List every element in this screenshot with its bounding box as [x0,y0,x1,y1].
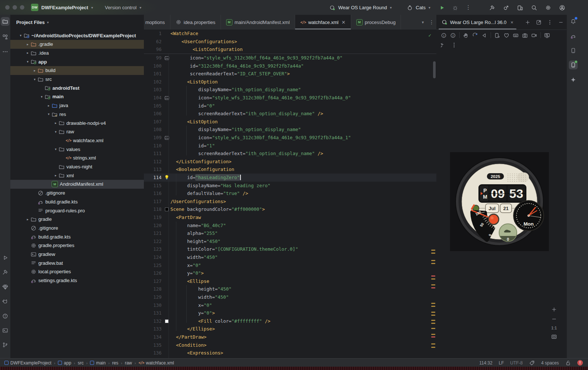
code-line-108[interactable]: 108displayName="ith_option_display_name" [144,126,436,134]
run-button[interactable] [439,4,445,11]
change-marker[interactable] [431,284,435,285]
code-line-116[interactable]: 116defaultValue="true" /> [144,189,436,198]
tree-item-java[interactable]: ▸java [10,101,144,110]
camera-snapshot-icon[interactable] [522,32,528,38]
tree-item-gradlew[interactable]: gradlew [10,250,144,259]
tree-item-AndroidStudioProjectsDWFExampleProject[interactable]: ▾~/AndroidStudioProjects/DWFExampleProje… [10,31,144,40]
screen-search-icon[interactable] [544,32,550,38]
zoom-in-button[interactable] [551,306,557,312]
code-line-131[interactable]: 131y="0"> [144,309,436,317]
tree-item-.idea[interactable]: ▸.idea [10,48,144,57]
back-icon[interactable] [481,32,487,38]
code-line-123[interactable]: 123tintColor="[CONFIGURATION.themeColor.… [144,245,436,253]
screen-record-icon[interactable] [531,32,537,38]
tree-item-main[interactable]: ▾main [10,92,144,101]
virtual-keyboard-icon[interactable] [513,32,519,38]
change-marker[interactable] [431,275,435,277]
tool-more-icon[interactable] [1,47,10,56]
inspections-ok-icon[interactable]: ✓ [428,32,431,38]
tool-logcat-icon[interactable] [1,297,10,306]
hand-mode-icon[interactable] [463,32,469,38]
rotate-icon[interactable] [472,32,478,38]
editor-tab-moptions[interactable]: moptions [144,15,170,30]
build-hammer-icon[interactable] [489,4,495,11]
code-line-109[interactable]: 109icon="style_wfs_312c30bf_f64a_461e_9c… [144,134,436,142]
code-line-99[interactable]: 99icon="style_wfs_312c30bf_f64a_461e_9c9… [144,54,436,62]
zoom-window-icon[interactable] [20,5,24,10]
code-line-113[interactable]: 113<BooleanConfiguration [144,165,436,174]
tree-item-.gradle[interactable]: ▸.gradle [10,40,144,49]
tag-icon[interactable] [529,360,535,366]
code-line-134[interactable]: 134</PartDraw> [144,333,436,341]
hidden-tabs-chevron-icon[interactable]: ▾ [422,20,424,25]
code-line-125[interactable]: 125x="0" [144,261,436,270]
tool-gradle-icon[interactable] [569,32,578,41]
tool-terminal-icon[interactable] [1,326,10,335]
tool-project-icon[interactable] [1,17,10,26]
run-config-selector[interactable]: Cats ▾ [407,0,430,15]
tool-notifications-icon[interactable] [569,17,578,26]
change-marker[interactable] [431,320,435,321]
breadcrumb-app[interactable]: app [58,360,71,366]
indent-setting[interactable]: 4 spaces [541,360,559,366]
wear-health-icon[interactable] [504,32,509,38]
change-marker[interactable] [431,260,435,261]
tree-item-drawable-nodpi-v4[interactable]: ▸drawable-nodpi-v4 [10,119,144,127]
color-preview-white[interactable] [165,319,169,323]
tree-item-xml[interactable]: ▸xml [10,171,144,180]
code-line-122[interactable]: 122height="450" [144,237,436,246]
tree-item-build.gradle.kts[interactable]: build.gradle.kts [10,197,144,206]
code-line-111[interactable]: 111screenReaderText="ith_option_display_… [144,150,436,158]
change-marker[interactable] [431,303,435,304]
breadcrumb-watchface.xml[interactable]: </>watchface.xml [138,360,174,366]
tree-item-AndroidManifest.xml[interactable]: MAndroidManifest.xml [10,180,144,189]
tool-device-manager-icon[interactable] [569,46,578,55]
breadcrumb-DWFExampleProject[interactable]: DWFExampleProject [4,360,51,366]
breadcrumb-src[interactable]: src [78,360,84,366]
tree-item-.gitignore[interactable]: .gitignore [10,223,144,232]
color-preview-black[interactable] [165,208,169,211]
hide-icon[interactable] [558,19,564,25]
tree-item-build.gradle.kts[interactable]: build.gradle.kts [10,232,144,241]
code-line-107[interactable]: 107<ListOption [144,118,436,126]
tool-run-icon[interactable] [1,253,10,262]
device-settings-icon[interactable] [494,32,500,38]
device-tab[interactable]: Wear OS Large Ro...l 36.0 × [439,15,516,30]
tool-version-control-icon[interactable] [1,340,10,349]
change-marker[interactable] [431,263,435,264]
code-line-132[interactable]: 132<Fill color="#ffffffff" /> [144,317,436,325]
code-line-133[interactable]: 133</Ellipse> [144,325,436,333]
tree-item-raw[interactable]: ▾raw [10,127,144,136]
code-line-121[interactable]: 121alpha="255" [144,229,436,237]
tree-item-values-night[interactable]: values-night [10,162,144,171]
chevron-icon[interactable]: ▸ [53,121,59,125]
code-editor[interactable]: 99icon="style_wfs_312c30bf_f64a_461e_9c9… [144,30,436,358]
code-line-136[interactable]: 136<Expressions> [144,349,436,357]
code-line-104[interactable]: 104icon="style_wfs_312c30bf_f64a_461e_9c… [144,94,436,102]
button-1-icon[interactable]: 1 [441,32,447,38]
tool-app-quality-insights-icon[interactable] [1,282,10,291]
code-line-105[interactable]: 105id="0" [144,102,436,110]
chevron-icon[interactable]: ▸ [25,42,31,46]
button-2-icon[interactable]: 2 [450,32,456,38]
file-encoding[interactable]: UTF-8 [510,360,523,366]
change-marker[interactable] [431,250,435,251]
code-line-118[interactable]: 118Scene backgroundColor="#ff000000"> [144,205,436,213]
tab-options-icon[interactable]: ⋮ [429,19,434,25]
chevron-icon[interactable]: ▾ [53,147,59,151]
chevron-icon[interactable]: ▸ [32,69,38,72]
code-line-127[interactable]: 127<Ellipse [144,277,436,285]
tree-item-values[interactable]: ▾values [10,145,144,154]
chevron-icon[interactable]: ▾ [25,60,31,64]
tree-item-build[interactable]: ▸build [10,66,144,75]
tree-item-strings.xml[interactable]: </>strings.xml [10,154,144,162]
tree-item-src[interactable]: ▾src [10,75,144,84]
change-marker[interactable] [431,343,435,345]
zoom-fit-button[interactable] [551,334,557,340]
chevron-icon[interactable]: ▾ [39,95,45,99]
code-line-117[interactable]: 117/UserConfigurations> [144,198,436,206]
code-line-126[interactable]: 126y="0"> [144,269,436,277]
editor-tab-processDebug[interactable]: MprocessDebug [351,15,401,30]
code-line-115[interactable]: 115displayName="Has leading zero" [144,182,436,190]
change-marker[interactable] [431,328,435,329]
